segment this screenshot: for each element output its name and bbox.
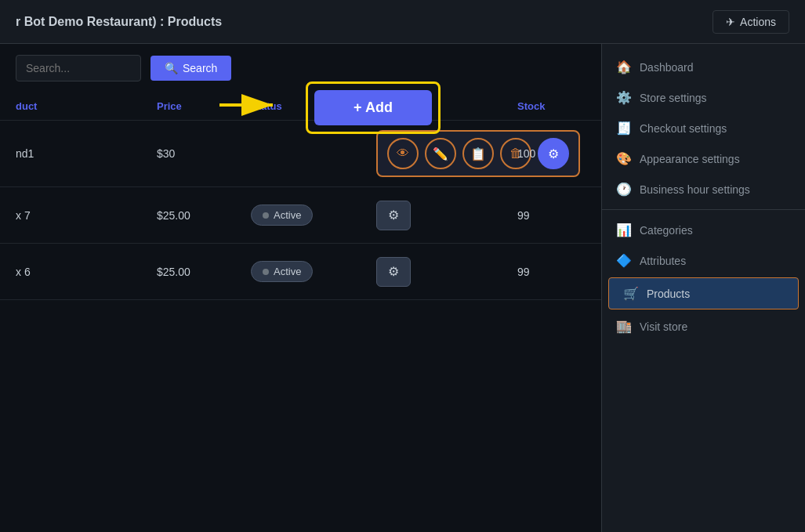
cell-product: nd1 [16, 147, 157, 160]
main-layout: 🔍 Search + Add duct Price [0, 44, 805, 532]
cell-product: x 6 [16, 266, 157, 278]
sidebar-item-store-settings[interactable]: ⚙️ Store settings [602, 82, 805, 113]
actions-button[interactable]: ✈ Actions [713, 10, 789, 34]
store-settings-icon: ⚙️ [616, 90, 632, 105]
sidebar-item-label: Visit store [640, 320, 687, 333]
cell-stock: 99 [517, 209, 601, 222]
sidebar-item-visit-store[interactable]: 🏬 Visit store [602, 311, 805, 342]
sidebar-item-dashboard[interactable]: 🏠 Dashboard [602, 52, 805, 82]
table-row: nd1 $30 👁 ✏️ 📋 🗑 ⚙ 100 [0, 121, 601, 187]
table-row: x 7 $25.00 Active ⚙ 99 [0, 187, 601, 244]
cell-actions: ⚙ [376, 201, 517, 230]
col-header-stock: Stock [517, 100, 601, 112]
sidebar-item-label: Checkout settings [640, 122, 727, 135]
cell-actions: 👁 ✏️ 📋 🗑 ⚙ [376, 130, 517, 177]
dashboard-icon: 🏠 [616, 60, 632, 74]
sidebar-item-business-hour-settings[interactable]: 🕐 Business hour settings [602, 174, 805, 204]
sidebar-item-attributes[interactable]: 🔷 Attributes [602, 245, 805, 276]
sidebar-item-label: Products [647, 288, 690, 300]
products-icon: 🛒 [623, 286, 639, 301]
status-label: Active [274, 209, 301, 221]
sidebar-item-label: Appearance settings [640, 153, 740, 165]
search-input[interactable] [16, 55, 141, 81]
cell-actions: ⚙ [376, 257, 517, 287]
status-dot [263, 212, 269, 219]
add-button[interactable]: + Add [314, 90, 432, 125]
sidebar-item-label: Dashboard [640, 61, 694, 74]
sidebar-item-appearance-settings[interactable]: 🎨 Appearance settings [602, 143, 805, 174]
row-action-button[interactable]: ⚙ [376, 201, 411, 230]
row-action-button[interactable]: ⚙ [376, 257, 411, 287]
sidebar-item-label: Business hour settings [640, 183, 750, 196]
cell-product: x 7 [16, 209, 157, 222]
cell-status: Active [251, 204, 376, 226]
actions-icon: ✈ [726, 16, 735, 28]
sidebar-item-label: Store settings [640, 92, 707, 104]
view-button[interactable]: 👁 [387, 138, 419, 169]
page-title: r Bot Demo Restaurant) : Products [16, 15, 222, 29]
search-button[interactable]: 🔍 Search [150, 56, 231, 81]
cell-stock: 100 [517, 147, 601, 160]
sidebar-item-products[interactable]: 🛒 Products [608, 277, 799, 309]
add-button-highlight: + Add [306, 81, 441, 134]
cell-price: $25.00 [157, 266, 251, 278]
status-dot [263, 269, 269, 275]
table-body: nd1 $30 👁 ✏️ 📋 🗑 ⚙ 100 x 7 $25.00 [0, 121, 601, 300]
attributes-icon: 🔷 [616, 253, 632, 268]
sidebar-item-categories[interactable]: 📊 Categories [602, 215, 805, 245]
search-icon: 🔍 [165, 62, 178, 74]
appearance-settings-icon: 🎨 [616, 151, 632, 166]
cell-status: Active [251, 261, 376, 282]
sidebar-item-checkout-settings[interactable]: 🧾 Checkout settings [602, 113, 805, 143]
cell-price: $25.00 [157, 209, 251, 222]
checkout-settings-icon: 🧾 [616, 121, 632, 136]
visit-store-icon: 🏬 [616, 319, 632, 334]
status-label: Active [274, 266, 301, 277]
status-badge: Active [251, 204, 313, 226]
toolbar: 🔍 Search [0, 44, 601, 92]
col-header-product: duct [16, 100, 157, 112]
categories-icon: 📊 [616, 223, 632, 237]
sidebar-item-label: Attributes [640, 255, 686, 267]
business-hour-settings-icon: 🕐 [616, 182, 632, 197]
sidebar-item-label: Categories [640, 224, 693, 237]
edit-button[interactable]: ✏️ [425, 138, 456, 169]
cell-stock: 99 [517, 266, 601, 278]
header: r Bot Demo Restaurant) : Products ✈ Acti… [0, 0, 805, 44]
table-header: duct Price Status Actions Stock [0, 92, 601, 121]
cell-price: $30 [157, 147, 251, 160]
copy-button[interactable]: 📋 [462, 138, 494, 169]
arrow-icon [219, 89, 282, 121]
sidebar: 🏠 Dashboard ⚙️ Store settings 🧾 Checkout… [601, 44, 805, 532]
sidebar-divider [602, 209, 805, 210]
arrow-annotation [219, 89, 282, 121]
table-row: x 6 $25.00 Active ⚙ 99 [0, 244, 601, 300]
status-badge: Active [251, 261, 313, 282]
content-area: 🔍 Search + Add duct Price [0, 44, 601, 532]
